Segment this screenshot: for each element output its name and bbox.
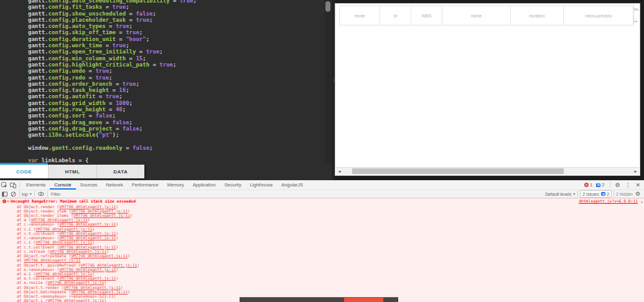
devtools-tab-network[interactable]: Network [101, 180, 128, 190]
stack-frame-source-link[interactable]: VM7796 dhtmlxgantt.js:11 [47, 280, 104, 285]
gantt-column-duration[interactable]: duration [511, 6, 564, 25]
frame-selector-dropdown[interactable]: top ▼ [22, 192, 32, 196]
code-line: gantt.config.sort = false; [28, 112, 197, 119]
editor-tab-code[interactable]: CODE [0, 163, 48, 178]
console-filter-input[interactable] [50, 191, 102, 197]
stack-frame-source-link[interactable]: VM7796 dhtmlxgantt.js:11 [59, 267, 116, 272]
stack-frame-source-link[interactable]: VM7796 dhtmlxgantt.js:11 [47, 298, 104, 302]
error-circle-icon: ✕ [2, 199, 6, 203]
gantt-preview-panel: modeidWBSnamedurationinicio-previsto Mav… [335, 3, 640, 176]
code-editor-panel[interactable]: gantt.config.auto_scheduling_compatibili… [0, 0, 332, 180]
code-line: gantt.config.drag_move = false; [28, 119, 197, 126]
device-toolbar-icon[interactable] [9, 180, 17, 190]
gantt-column-inicio-previsto[interactable]: inicio-previsto [564, 6, 633, 25]
issues-chip-count: 2 [607, 192, 609, 196]
stack-frame: at c.i (VM7796 dhtmlxgantt.js:11) [0, 227, 644, 231]
devtools-menu-dots-icon[interactable]: ⋮ [622, 182, 633, 188]
issues-icon [596, 183, 600, 187]
code-line: gantt.config.undo = true; [28, 68, 197, 74]
log-levels-dropdown[interactable]: Default levels ▼ [545, 192, 576, 196]
stack-frame: at c.t.callEvent (VM7796 dhtmlxgantt.js:… [0, 231, 644, 236]
devtools-tab-application[interactable]: Application [189, 180, 220, 190]
stack-frame: at e.resize (VM7796 dhtmlxgantt.js:11) [0, 280, 644, 285]
stack-frame-source-link[interactable]: VM7796 dhtmlxgantt.js:11 [71, 254, 128, 258]
devtools-tab-memory[interactable]: Memory [163, 180, 189, 190]
devtools-tab-security[interactable]: Security [220, 180, 246, 190]
editor-tab-data[interactable]: DATA [96, 163, 144, 178]
devtools-close-icon[interactable]: ✕ [633, 182, 643, 188]
stack-frame-source-link[interactable]: VM7796 dhtmlxgantt.js:11 [59, 231, 116, 236]
stack-frame-source-link[interactable]: VM7796 dhtmlxgantt.js:11 [59, 245, 116, 249]
stack-frame-source-link[interactable]: VM7796 dhtmlxgantt.js:11 [59, 204, 116, 209]
stack-frame: at VM7796 dhtmlxgantt.js:11 [0, 258, 644, 262]
issues-chip[interactable]: 2 Issues: 2 [580, 190, 612, 198]
stack-frame-source-link[interactable]: VM7796 dhtmlxgantt.js:11 [31, 217, 88, 222]
error-count-badge[interactable]: ✕ 1 [584, 182, 592, 188]
devtools-tab-elements[interactable]: Elements [22, 180, 50, 190]
devtools-tab-sources[interactable]: Sources [76, 180, 102, 190]
stack-frame-source-link[interactable]: VM7796 dhtmlxgantt.js:11 [73, 213, 130, 217]
gantt-column-id[interactable]: id [380, 6, 411, 25]
error-icon: ✕ [584, 183, 589, 187]
inspect-element-icon[interactable] [0, 180, 9, 190]
background-page-bar [240, 297, 398, 302]
devtools-tab-angularjs[interactable]: AngularJS [277, 180, 307, 190]
devtools-settings-gear-icon[interactable]: ⚙ [612, 182, 622, 188]
horizontal-scrollbar-thumb[interactable] [352, 168, 564, 174]
stack-frame-source-link[interactable]: VM7796 dhtmlxgantt.js:11 [24, 258, 80, 262]
gantt-column-wbs[interactable]: WBS [411, 6, 442, 25]
timeline-scale-fragment: Ma [634, 8, 638, 11]
stack-frame-source-link[interactable]: VM7796 dhtmlxgantt.js:11 [35, 227, 92, 231]
editor-tab-label: CODE [0, 165, 48, 178]
gantt-column-name[interactable]: name [442, 6, 511, 25]
expand-triangle-icon[interactable]: ▶ [7, 199, 9, 204]
code-line: gantt.config.autofit = true; [28, 93, 197, 99]
stack-frame: at Object.refreshData (VM7796 dhtmlxgant… [0, 254, 644, 258]
editor-tab-html[interactable]: HTML [48, 163, 96, 178]
console-sidebar-icon[interactable] [0, 190, 9, 199]
scroll-left-arrow-icon[interactable]: ◄ [336, 168, 343, 175]
console-scroll-up-icon[interactable]: ▲ [641, 199, 643, 203]
issues-count-badge[interactable]: 2 [596, 182, 604, 188]
gantt-column-mode[interactable]: mode [340, 6, 380, 25]
scroll-right-arrow-icon[interactable]: ► [632, 168, 639, 175]
code-line: gantt.config.auto_types = true; [28, 23, 197, 29]
code-line: gantt.config.order_branch = true; [28, 81, 197, 87]
devtools-tabs: ElementsConsoleSourcesNetworkPerformance… [22, 180, 307, 190]
devtools-tab-console[interactable]: Console [50, 180, 76, 190]
error-source-link[interactable]: dhtmlxgantt.js?v=6.0.0:11 [579, 199, 638, 204]
code-line: gantt.config.redo = true; [28, 75, 197, 81]
stack-frame-source-link[interactable]: VM7796 dhtmlxgantt.js:11 [59, 236, 116, 240]
clear-console-icon[interactable] [9, 190, 17, 199]
stack-frame-source-link[interactable]: VM7796 dhtmlxgantt.js:11 [80, 263, 137, 267]
toolbar-divider [577, 191, 578, 197]
code-line: gantt.config.duration_unit = "hour"; [28, 36, 197, 42]
code-line [28, 139, 197, 145]
editor-scrollbar-thumb[interactable] [325, 1, 330, 12]
stack-frame-source-link[interactable]: VM7796 dhtmlxgantt.js:11 [35, 240, 92, 244]
stack-frame-source-link[interactable]: VM7796 dhtmlxgantt.js:11 [71, 290, 128, 294]
devtools-tab-lighthouse[interactable]: Lighthouse [246, 180, 278, 190]
live-expression-eye-icon[interactable] [37, 190, 45, 199]
editor-tab-label: HTML [48, 165, 96, 178]
stack-frame-source-link[interactable]: VM7796 dhtmlxgantt.js:11 [64, 285, 121, 290]
code-line: gantt.config.min_column_width = 15; [28, 55, 197, 62]
console-settings-gear-icon[interactable]: ⚙ [633, 191, 643, 197]
hidden-messages-label: 2 hidden [616, 192, 633, 196]
code-line: gantt.config.grid_width = 1000; [28, 100, 197, 106]
stack-frame-source-link[interactable]: VM7796 dhtmlxgantt.js:11 [59, 222, 116, 226]
stack-frame-source-link[interactable]: VM7796 dhtmlxgantt.js:11 [59, 276, 116, 280]
devtools-tab-performance[interactable]: Performance [128, 180, 163, 190]
toolbar-divider [614, 191, 614, 197]
issues-chip-label: 2 Issues: [582, 192, 600, 196]
stack-frame: at e.<anonymous> (VM7796 dhtmlxgantt.js:… [0, 267, 644, 272]
stack-frame-source-link[interactable]: VM7796 dhtmlxgantt.js:11 [50, 249, 106, 254]
log-levels-value: Default levels [545, 192, 571, 196]
editor-scrollbar[interactable] [325, 0, 331, 163]
stack-frame-source-link[interactable]: VM7796 dhtmlxgantt.js:11 [71, 209, 128, 213]
preview-horizontal-scrollbar[interactable]: ◄ ► [336, 167, 639, 175]
stack-frame: at e.i (VM7796 dhtmlxgantt.js:11) [0, 272, 644, 276]
stack-frame: at Object.batchUpdate (VM7796 dhtmlxgant… [0, 290, 644, 294]
toolbar-divider [19, 191, 20, 197]
stack-frame-source-link[interactable]: VM7796 dhtmlxgantt.js:11 [35, 272, 92, 276]
